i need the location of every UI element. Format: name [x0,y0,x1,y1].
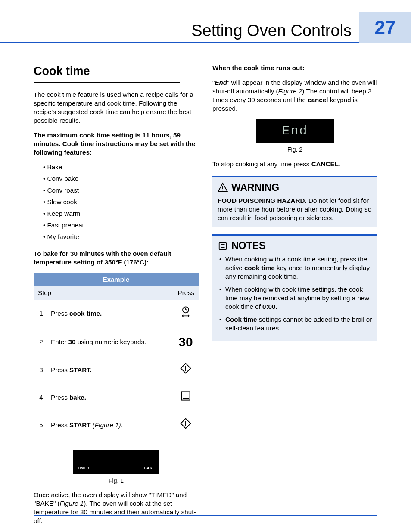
page-number-band: 27 [359,12,411,43]
page-header: Setting Oven Controls [0,12,411,43]
list-item: Slow cook [41,198,199,206]
thirty-icon: 30 [173,327,199,357]
table-header: Example [34,273,199,286]
step-number: 1. [34,300,47,327]
figure-2-caption: Fig. 2 [212,146,377,153]
footer-rule [34,515,377,516]
step-number: 5. [34,411,47,439]
list-item: Fast preheat [41,221,199,230]
list-item: When cooking with a cook time setting, p… [219,255,372,281]
header-rule-left [0,42,34,43]
left-column: Cook time The cook timie feature is used… [34,64,199,531]
figure-1-bake-label: BAKE [144,466,155,471]
after-figure-1-paragraph: Once active, the oven display will show … [34,491,199,525]
notes-list: When cooking with a cook time setting, p… [218,255,372,333]
warning-title: WARNING [218,181,372,194]
example-table: Example Step Press 1. Press cook time. 2… [34,273,199,439]
list-item: When cooking with cook time settings, th… [219,285,372,311]
start-icon [173,411,199,439]
step-number: 2. [34,327,47,357]
table-subheader-press: Press [173,286,199,300]
list-item: Conv bake [41,174,199,183]
svg-point-12 [222,190,223,190]
warning-icon [218,182,228,193]
list-item: Bake [41,163,199,171]
list-item: Keep warm [41,209,199,218]
runs-out-heading: When the cook time runs out: [212,64,377,72]
bake-instruction: To bake for 30 minutes with the oven def… [34,249,199,267]
step-text: Press START (Figure 1). [47,411,173,439]
max-cook-time-paragraph: The maximum cook time setting is 11 hour… [34,131,199,157]
section-heading-cook-time: Cook time [34,64,199,79]
stop-cooking-paragraph: To stop cooking at any time press CANCEL… [212,160,377,168]
intro-paragraph: The cook timie feature is used when a re… [34,90,199,125]
step-text: Press START. [47,356,173,384]
figure-1: TIMED BAKE [73,450,159,474]
step-text: Enter 30 using numeric keypads. [47,327,173,357]
runs-out-paragraph: "End" will appear in the display window … [212,78,377,113]
list-item: My favorite [41,233,199,241]
page-title: Setting Oven Controls [34,22,359,43]
step-text: Press cook time. [47,300,173,327]
notes-callout: NOTES When cooking with a cook time sett… [212,234,377,341]
section-rule [34,82,180,83]
table-subheader-step: Step [34,286,173,300]
figure-2: End [256,119,334,143]
figure-2-text: End [282,123,308,140]
step-text: Press bake. [47,384,173,411]
step-number: 3. [34,356,47,384]
list-item: Conv roast [41,186,199,195]
warning-body: FOOD POISONING HAZARD. Do not let food s… [218,196,372,222]
notes-title: NOTES [218,239,372,252]
right-column: When the cook time runs out: "End" will … [212,64,377,531]
step-number: 4. [34,384,47,411]
warning-callout: WARNING FOOD POISONING HAZARD. Do not le… [212,176,377,227]
clock-icon [173,300,199,327]
page-number: 27 [375,17,396,38]
figure-1-caption: Fig. 1 [34,477,199,485]
features-list: Bake Conv bake Conv roast Slow cook Keep… [34,163,199,241]
bake-icon [173,384,199,411]
figure-1-timed-label: TIMED [78,466,89,471]
list-item: Cook time settings cannot be added to th… [219,315,372,333]
start-icon [173,356,199,384]
notes-icon [218,241,228,251]
